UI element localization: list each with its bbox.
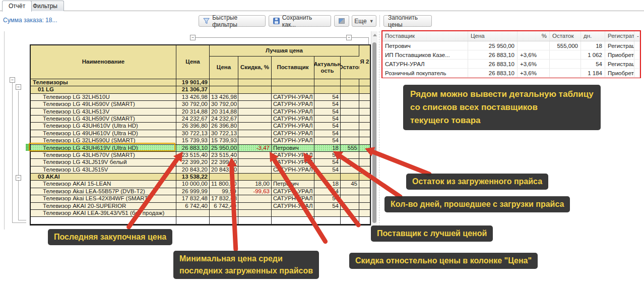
panel-cell[interactable]: Регистрация ... xyxy=(605,60,634,68)
table-cell-disc[interactable] xyxy=(238,166,272,174)
more-button[interactable]: Еще ▼ xyxy=(352,15,376,27)
table-cell-name[interactable]: Телевизор AKAI LEA-39L43/V51 (без продаж… xyxy=(31,210,176,217)
table-cell-pad[interactable] xyxy=(359,108,370,116)
table-row[interactable]: Телевизор LG 49UH610V (Ultra HD)30 722,1… xyxy=(31,130,370,137)
collapse-group-button[interactable]: − xyxy=(10,77,15,83)
table-cell-disc[interactable] xyxy=(238,130,272,137)
panel-row[interactable]: САТУРН-УРАЛ26 883,10+3,6%54Регистрация .… xyxy=(382,60,640,69)
panel-col-header[interactable]: % xyxy=(518,31,550,41)
panel-cell[interactable]: 555,000 xyxy=(550,41,581,50)
panel-cell[interactable]: +3,6% xyxy=(518,50,550,59)
table-cell-disc[interactable] xyxy=(238,94,272,101)
col-header-price[interactable]: Цена xyxy=(176,45,210,79)
panel-cell[interactable]: +3,6% xyxy=(518,69,550,77)
panel-col-header[interactable]: Поставщик xyxy=(382,31,468,41)
table-cell-name[interactable]: Телевизор LG 43UH610V (Ultra HD) xyxy=(31,123,176,130)
panel-cell[interactable] xyxy=(634,41,640,50)
panel-row[interactable]: ИП Поставщиков Казе...26 883,10+3,6%1 06… xyxy=(382,50,640,60)
panel-cell[interactable] xyxy=(550,60,581,68)
table-cell-price[interactable]: 17 832,48 xyxy=(176,195,210,202)
table-cell-pad[interactable] xyxy=(359,79,370,86)
table-cell-pad[interactable] xyxy=(359,94,370,101)
table-cell-stock[interactable] xyxy=(341,94,359,101)
col-header-actuality[interactable]: Актуальн ость xyxy=(314,57,341,79)
table-cell-disc[interactable] xyxy=(238,195,272,202)
col-header-best-group[interactable]: Лучшая цена xyxy=(210,45,359,57)
order-sum-link[interactable]: Сумма заказа: 18... xyxy=(3,17,57,24)
panel-col-header[interactable]: Цена xyxy=(468,31,518,41)
table-cell-price[interactable]: 10 000,00 xyxy=(176,181,210,188)
table-cell-stock[interactable]: 555 xyxy=(341,145,359,152)
panel-cell[interactable]: 54 xyxy=(581,60,605,68)
table-cell-best[interactable] xyxy=(210,86,238,93)
table-row[interactable]: 01 LG21 306,37 xyxy=(31,86,370,93)
table-cell-disc[interactable] xyxy=(238,101,272,108)
table-cell-pad[interactable] xyxy=(359,137,370,144)
table-cell-days[interactable]: 54 xyxy=(314,94,341,101)
table-cell-best[interactable]: 15 739,93 xyxy=(210,137,238,144)
table-cell-name[interactable]: 03 AKAI xyxy=(31,174,176,181)
table-cell-price[interactable]: 13 426,98 xyxy=(176,94,210,101)
table-cell-disc[interactable]: -99,63 xyxy=(238,188,272,195)
table-cell-stock[interactable] xyxy=(341,86,359,93)
panel-col-header[interactable]: Остаток xyxy=(550,31,581,41)
scrollbar-thumb[interactable] xyxy=(372,42,376,223)
table-cell-disc[interactable] xyxy=(238,210,272,217)
table-cell-name[interactable]: Телевизор LG 43LJ515V xyxy=(31,166,176,174)
tab-report[interactable]: Отчёт xyxy=(2,1,32,12)
table-cell-name[interactable]: Телевизор AKAI 20-SUPERIOR xyxy=(31,203,176,210)
table-row[interactable]: Телевизор AKAI 20-SUPERIOR6 742,406 742,… xyxy=(31,203,370,210)
table-cell-disc[interactable] xyxy=(238,174,272,181)
table-cell-disc[interactable] xyxy=(238,86,272,93)
table-cell-pad[interactable] xyxy=(359,130,370,137)
table-cell-name[interactable]: Телевизор Akai LES-42X84WF (SMART) xyxy=(31,195,176,202)
table-cell-supplier[interactable] xyxy=(272,174,314,181)
table-cell-disc[interactable]: 18,00 xyxy=(238,181,272,188)
panel-cell[interactable] xyxy=(634,60,640,68)
vertical-scrollbar[interactable] xyxy=(371,31,377,230)
table-cell-supplier[interactable]: САТУРН-УРАЛ xyxy=(272,101,314,108)
table-cell-price[interactable]: 30 722,13 xyxy=(176,130,210,137)
col-header-best-price[interactable]: Цена xyxy=(210,57,238,79)
table-row[interactable]: Телевизор LG 32LH510U13 426,9813 426,98С… xyxy=(31,94,370,101)
panel-cell[interactable] xyxy=(518,41,550,50)
quick-filters-button[interactable]: Быстрые фильтры xyxy=(199,15,266,27)
table-row[interactable]: Телевизор LG 43LH570V (SMART)23 515,4023… xyxy=(31,152,370,159)
table-cell-price[interactable]: 30 792,00 xyxy=(176,101,210,108)
panel-cell[interactable]: Петрович xyxy=(382,41,468,50)
table-cell-stock[interactable] xyxy=(341,137,359,144)
table-cell-supplier[interactable]: САТУРН-УРАЛ xyxy=(272,203,314,210)
table-cell-stock[interactable] xyxy=(341,79,359,86)
table-cell-name[interactable]: Телевизор LG 43LH570V (SMART) xyxy=(31,152,176,159)
table-cell-price[interactable]: 6 742,40 xyxy=(176,203,210,210)
table-cell-price[interactable]: 19 901,49 xyxy=(176,79,210,86)
table-cell-days[interactable]: 54 xyxy=(314,116,341,123)
table-cell-stock[interactable] xyxy=(341,130,359,137)
panel-cell[interactable]: 26 883,10 xyxy=(468,69,518,77)
table-cell-pad[interactable] xyxy=(359,210,370,217)
panel-cell[interactable] xyxy=(550,50,581,59)
panel-cell[interactable]: ИП Поставщиков Казе... xyxy=(382,50,468,59)
table-cell-pad[interactable] xyxy=(359,181,370,188)
table-cell-name[interactable]: Телевизор LG 43LH513V xyxy=(31,108,176,116)
table-cell-name[interactable]: Телевизоры xyxy=(31,79,176,86)
table-cell-name[interactable]: Телевизор LG 49UH610V (Ultra HD) xyxy=(31,130,176,137)
table-cell-supplier[interactable] xyxy=(272,86,314,93)
table-cell-days[interactable]: 54 xyxy=(314,130,341,137)
table-cell-best[interactable]: 25 950,00 xyxy=(210,145,238,152)
table-cell-price[interactable] xyxy=(176,210,210,217)
panel-col-header[interactable]: Регистратор xyxy=(605,31,634,41)
panel-cell[interactable] xyxy=(634,50,640,59)
panel-cell[interactable]: САТУРН-УРАЛ xyxy=(382,60,468,68)
table-cell-days[interactable]: 54 xyxy=(314,101,341,108)
table-cell-name[interactable]: Телевизор LG 49LH590V (SMART) xyxy=(31,101,176,108)
table-row[interactable]: Телевизор LG 43LH590V (SMART)24 232,6724… xyxy=(31,116,370,123)
table-cell-supplier[interactable]: САТУРН-УРАЛ xyxy=(272,116,314,123)
table-cell-pad[interactable] xyxy=(359,101,370,108)
panel-cell[interactable]: Розничный покупатель xyxy=(382,69,468,77)
table-row[interactable]: Телевизор LG 49LH590V (SMART)30 792,0030… xyxy=(31,101,370,108)
table-cell-stock[interactable] xyxy=(341,108,359,116)
col-header-supplier[interactable]: Поставщик xyxy=(272,57,314,79)
save-as-button[interactable]: Сохранить как... xyxy=(269,15,331,27)
collapse-group-button[interactable]: − xyxy=(16,84,21,90)
